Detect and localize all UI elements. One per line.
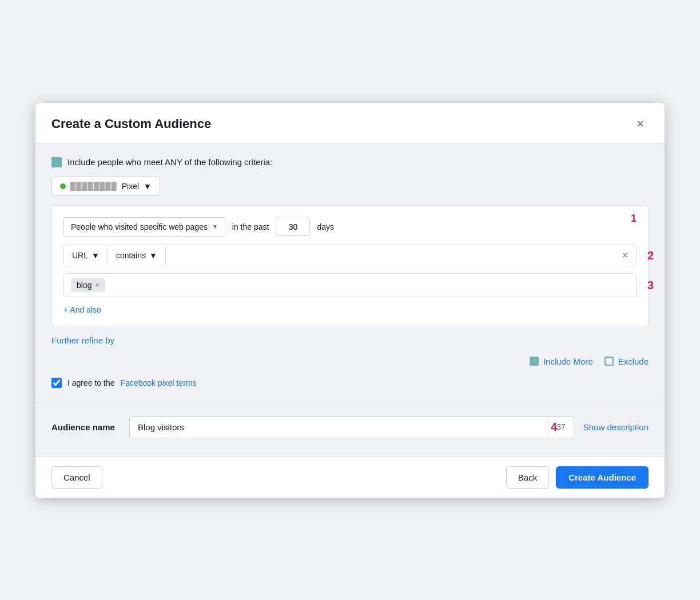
- pixel-selector[interactable]: ████████ Pixel ▼: [51, 177, 160, 196]
- days-label: days: [317, 222, 334, 231]
- agree-text: I agree to the: [67, 378, 115, 387]
- remove-condition-button[interactable]: ×: [615, 245, 636, 266]
- tag-remove-button[interactable]: ×: [95, 281, 100, 289]
- url-label: URL: [72, 251, 88, 260]
- exclude-label: Exclude: [618, 357, 649, 366]
- criteria-label-text: Include people who meet ANY of the follo…: [67, 157, 272, 167]
- annotation-2: 2: [647, 249, 654, 262]
- rule-type-caret-icon: ▼: [212, 223, 218, 230]
- rule-type-dropdown[interactable]: People who visited specific web pages ▼: [63, 217, 225, 237]
- condition-row: URL ▼ contains ▼ ×: [63, 245, 637, 266]
- dialog-footer: Cancel Back Create Audience: [35, 457, 665, 498]
- audience-name-input-wrap: 37: [129, 416, 574, 438]
- audience-name-row: Audience name 37 Show description 4: [51, 416, 649, 438]
- dialog-header: Create a Custom Audience ×: [35, 103, 665, 143]
- contains-label: contains: [116, 251, 146, 260]
- agree-row: I agree to the Facebook pixel terms: [51, 378, 649, 388]
- annotation-4: 4: [551, 421, 557, 434]
- url-caret-icon: ▼: [92, 251, 100, 260]
- audience-name-label: Audience name: [51, 422, 120, 432]
- create-custom-audience-dialog: Create a Custom Audience × Include peopl…: [35, 103, 665, 498]
- include-more-label: Include More: [543, 357, 593, 366]
- tag-input-area[interactable]: blog ×: [63, 273, 637, 297]
- rule-box: People who visited specific web pages ▼ …: [51, 205, 649, 326]
- exclude-icon: [604, 357, 614, 366]
- facebook-pixel-terms-link[interactable]: Facebook pixel terms: [121, 378, 197, 387]
- create-audience-button[interactable]: Create Audience: [556, 466, 649, 489]
- rule-type-row: People who visited specific web pages ▼ …: [63, 217, 637, 237]
- audience-name-input[interactable]: [130, 417, 548, 438]
- dialog-title: Create a Custom Audience: [51, 117, 211, 131]
- contains-caret-icon: ▼: [149, 251, 157, 260]
- include-exclude-row: Include More Exclude: [51, 357, 649, 366]
- and-also-button[interactable]: + And also: [63, 305, 101, 314]
- annotation-1: 1: [631, 213, 637, 225]
- teal-square-icon: [51, 157, 62, 167]
- show-description-button[interactable]: Show description: [583, 422, 649, 432]
- pixel-label: Pixel: [122, 182, 139, 191]
- criteria-label-row: Include people who meet ANY of the follo…: [51, 157, 649, 167]
- divider: [35, 402, 665, 402]
- close-button[interactable]: ×: [632, 114, 649, 134]
- days-input[interactable]: [276, 218, 310, 236]
- tag-value: blog: [77, 281, 92, 290]
- further-refine-button[interactable]: Further refine by: [51, 335, 114, 345]
- url-dropdown[interactable]: URL ▼: [64, 246, 108, 265]
- rule-type-label: People who visited specific web pages: [71, 222, 208, 231]
- footer-right: Back Create Audience: [506, 466, 649, 489]
- cancel-button[interactable]: Cancel: [51, 466, 102, 489]
- agree-checkbox[interactable]: [51, 378, 62, 388]
- pixel-name: ████████: [70, 182, 117, 190]
- dialog-body: Include people who meet ANY of the follo…: [35, 143, 665, 457]
- back-button[interactable]: Back: [506, 466, 549, 489]
- in-the-past-label: in the past: [232, 222, 269, 231]
- contains-dropdown[interactable]: contains ▼: [108, 246, 166, 265]
- include-more-icon: [530, 357, 539, 366]
- pixel-status-dot: [60, 183, 66, 189]
- pixel-caret-icon: ▼: [144, 182, 152, 191]
- tag-blog: blog ×: [71, 278, 105, 292]
- include-more-button[interactable]: Include More: [530, 357, 593, 366]
- exclude-button[interactable]: Exclude: [604, 357, 649, 366]
- annotation-3: 3: [647, 278, 654, 291]
